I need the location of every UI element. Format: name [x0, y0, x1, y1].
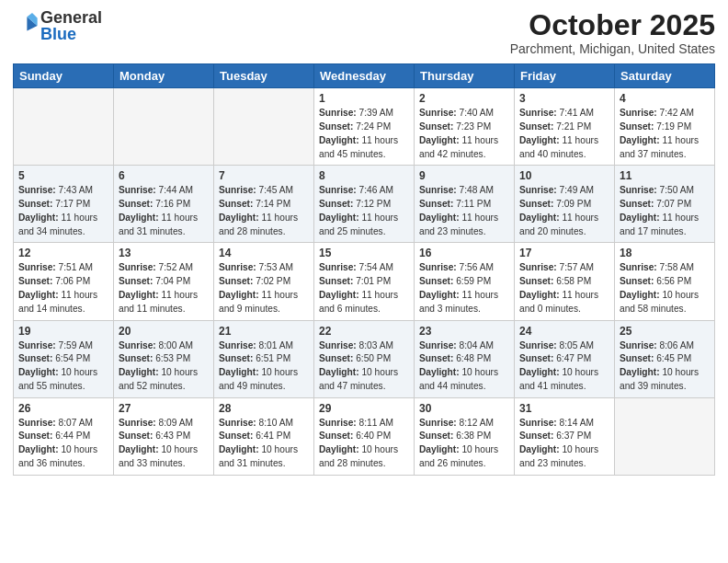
day-number: 13	[119, 247, 209, 259]
day-number: 1	[319, 92, 409, 105]
table-row: 22Sunrise: 8:03 AMSunset: 6:50 PMDayligh…	[314, 320, 415, 397]
col-header-sunday: Sunday	[14, 64, 114, 88]
title-block: October 2025 Parchment, Michigan, United…	[510, 9, 715, 56]
day-info: Sunrise: 7:57 AMSunset: 6:58 PMDaylight:…	[519, 261, 609, 316]
day-info: Sunrise: 7:39 AMSunset: 7:24 PMDaylight:…	[319, 107, 409, 161]
calendar-row: 26Sunrise: 8:07 AMSunset: 6:44 PMDayligh…	[14, 397, 715, 475]
day-info: Sunrise: 7:46 AMSunset: 7:12 PMDaylight:…	[319, 184, 409, 238]
table-row: 17Sunrise: 7:57 AMSunset: 6:58 PMDayligh…	[515, 243, 615, 320]
table-row: 28Sunrise: 8:10 AMSunset: 6:41 PMDayligh…	[214, 397, 314, 475]
table-row	[114, 88, 214, 166]
table-row: 24Sunrise: 8:05 AMSunset: 6:47 PMDayligh…	[515, 320, 615, 397]
location: Parchment, Michigan, United States	[510, 41, 715, 56]
table-row: 8Sunrise: 7:46 AMSunset: 7:12 PMDaylight…	[314, 166, 415, 243]
table-row: 4Sunrise: 7:42 AMSunset: 7:19 PMDaylight…	[615, 88, 715, 166]
table-row: 27Sunrise: 8:09 AMSunset: 6:43 PMDayligh…	[114, 397, 214, 475]
day-info: Sunrise: 7:51 AMSunset: 7:06 PMDaylight:…	[18, 261, 108, 316]
table-row: 10Sunrise: 7:49 AMSunset: 7:09 PMDayligh…	[515, 166, 615, 243]
day-info: Sunrise: 8:06 AMSunset: 6:45 PMDaylight:…	[620, 339, 710, 394]
page-header: General Blue October 2025 Parchment, Mic…	[13, 9, 715, 56]
table-row	[214, 88, 314, 166]
day-number: 10	[519, 169, 609, 182]
table-row: 3Sunrise: 7:41 AMSunset: 7:21 PMDaylight…	[515, 88, 615, 166]
day-info: Sunrise: 8:07 AMSunset: 6:44 PMDaylight:…	[18, 417, 108, 471]
day-number: 27	[119, 402, 209, 415]
day-number: 19	[18, 325, 108, 338]
table-row: 26Sunrise: 8:07 AMSunset: 6:44 PMDayligh…	[14, 397, 114, 475]
day-number: 3	[519, 92, 609, 105]
day-number: 31	[519, 402, 609, 415]
table-row: 25Sunrise: 8:06 AMSunset: 6:45 PMDayligh…	[615, 320, 715, 397]
day-number: 14	[219, 247, 309, 259]
calendar-header-row: Sunday Monday Tuesday Wednesday Thursday…	[14, 64, 715, 88]
calendar-row: 19Sunrise: 7:59 AMSunset: 6:54 PMDayligh…	[14, 320, 715, 397]
day-number: 22	[319, 325, 409, 338]
day-info: Sunrise: 7:40 AMSunset: 7:23 PMDaylight:…	[419, 107, 509, 161]
day-info: Sunrise: 8:14 AMSunset: 6:37 PMDaylight:…	[519, 417, 609, 471]
month-title: October 2025	[510, 9, 715, 41]
day-number: 28	[219, 402, 309, 415]
day-info: Sunrise: 7:58 AMSunset: 6:56 PMDaylight:…	[620, 261, 710, 316]
day-info: Sunrise: 7:44 AMSunset: 7:16 PMDaylight:…	[119, 184, 209, 238]
day-number: 9	[419, 169, 509, 182]
table-row	[14, 88, 114, 166]
col-header-wednesday: Wednesday	[314, 64, 415, 88]
day-number: 15	[319, 247, 409, 259]
table-row: 21Sunrise: 8:01 AMSunset: 6:51 PMDayligh…	[214, 320, 314, 397]
calendar-row: 1Sunrise: 7:39 AMSunset: 7:24 PMDaylight…	[14, 88, 715, 166]
logo-general-text: General	[40, 8, 102, 27]
day-info: Sunrise: 8:11 AMSunset: 6:40 PMDaylight:…	[319, 417, 409, 471]
day-number: 29	[319, 402, 409, 415]
day-info: Sunrise: 8:09 AMSunset: 6:43 PMDaylight:…	[119, 417, 209, 471]
day-info: Sunrise: 8:01 AMSunset: 6:51 PMDaylight:…	[219, 339, 309, 394]
table-row: 14Sunrise: 7:53 AMSunset: 7:02 PMDayligh…	[214, 243, 314, 320]
table-row: 2Sunrise: 7:40 AMSunset: 7:23 PMDaylight…	[415, 88, 515, 166]
calendar-table: Sunday Monday Tuesday Wednesday Thursday…	[13, 63, 715, 476]
day-number: 26	[18, 402, 108, 415]
table-row: 7Sunrise: 7:45 AMSunset: 7:14 PMDaylight…	[214, 166, 314, 243]
day-info: Sunrise: 7:48 AMSunset: 7:11 PMDaylight:…	[419, 184, 509, 238]
day-info: Sunrise: 8:12 AMSunset: 6:38 PMDaylight:…	[419, 417, 509, 471]
table-row: 29Sunrise: 8:11 AMSunset: 6:40 PMDayligh…	[314, 397, 415, 475]
day-info: Sunrise: 7:56 AMSunset: 6:59 PMDaylight:…	[419, 261, 509, 316]
day-number: 2	[419, 92, 509, 105]
day-number: 23	[419, 325, 509, 338]
day-info: Sunrise: 7:54 AMSunset: 7:01 PMDaylight:…	[319, 261, 409, 316]
day-number: 25	[620, 325, 710, 338]
day-number: 6	[119, 169, 209, 182]
table-row: 31Sunrise: 8:14 AMSunset: 6:37 PMDayligh…	[515, 397, 615, 475]
day-info: Sunrise: 7:50 AMSunset: 7:07 PMDaylight:…	[620, 184, 710, 238]
col-header-tuesday: Tuesday	[214, 64, 314, 88]
day-info: Sunrise: 7:42 AMSunset: 7:19 PMDaylight:…	[620, 107, 710, 161]
day-info: Sunrise: 7:53 AMSunset: 7:02 PMDaylight:…	[219, 261, 309, 316]
day-number: 7	[219, 169, 309, 182]
col-header-saturday: Saturday	[615, 64, 715, 88]
day-info: Sunrise: 8:03 AMSunset: 6:50 PMDaylight:…	[319, 339, 409, 394]
day-number: 12	[18, 247, 108, 259]
table-row	[615, 397, 715, 475]
day-number: 18	[620, 247, 710, 259]
day-number: 17	[519, 247, 609, 259]
table-row: 15Sunrise: 7:54 AMSunset: 7:01 PMDayligh…	[314, 243, 415, 320]
day-number: 16	[419, 247, 509, 259]
day-number: 8	[319, 169, 409, 182]
calendar-row: 12Sunrise: 7:51 AMSunset: 7:06 PMDayligh…	[14, 243, 715, 320]
day-info: Sunrise: 7:49 AMSunset: 7:09 PMDaylight:…	[519, 184, 609, 238]
day-info: Sunrise: 8:10 AMSunset: 6:41 PMDaylight:…	[219, 417, 309, 471]
logo-blue-text: Blue	[40, 25, 76, 43]
day-info: Sunrise: 7:52 AMSunset: 7:04 PMDaylight:…	[119, 261, 209, 316]
col-header-thursday: Thursday	[415, 64, 515, 88]
table-row: 5Sunrise: 7:43 AMSunset: 7:17 PMDaylight…	[14, 166, 114, 243]
logo: General Blue	[13, 9, 102, 42]
day-info: Sunrise: 8:00 AMSunset: 6:53 PMDaylight:…	[119, 339, 209, 394]
table-row: 1Sunrise: 7:39 AMSunset: 7:24 PMDaylight…	[314, 88, 415, 166]
day-info: Sunrise: 7:59 AMSunset: 6:54 PMDaylight:…	[18, 339, 108, 394]
day-info: Sunrise: 7:41 AMSunset: 7:21 PMDaylight:…	[519, 107, 609, 161]
day-info: Sunrise: 8:04 AMSunset: 6:48 PMDaylight:…	[419, 339, 509, 394]
day-number: 21	[219, 325, 309, 338]
col-header-friday: Friday	[515, 64, 615, 88]
table-row: 20Sunrise: 8:00 AMSunset: 6:53 PMDayligh…	[114, 320, 214, 397]
table-row: 30Sunrise: 8:12 AMSunset: 6:38 PMDayligh…	[415, 397, 515, 475]
day-info: Sunrise: 8:05 AMSunset: 6:47 PMDaylight:…	[519, 339, 609, 394]
day-number: 24	[519, 325, 609, 338]
